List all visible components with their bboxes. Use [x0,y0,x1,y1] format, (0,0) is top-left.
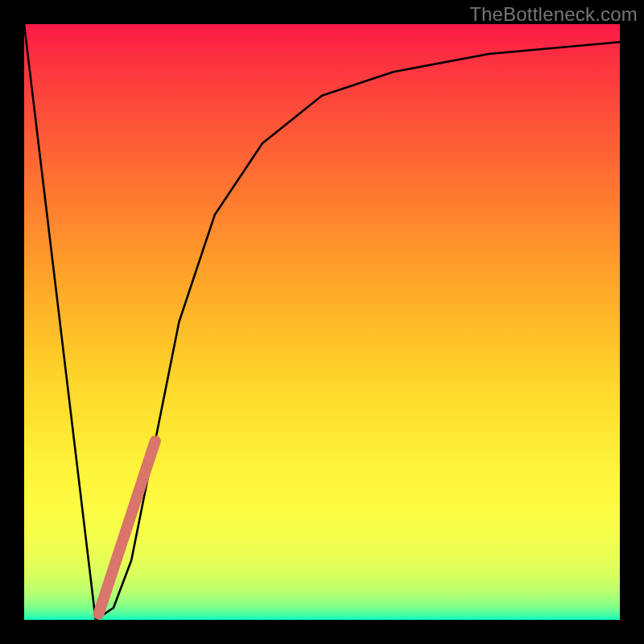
chart-svg [24,24,620,620]
watermark-text: TheBottleneck.com [469,3,638,26]
highlight-segment [99,441,155,614]
plot-area [24,24,620,620]
bottleneck-curve [24,24,620,620]
chart-frame: TheBottleneck.com [0,0,644,644]
